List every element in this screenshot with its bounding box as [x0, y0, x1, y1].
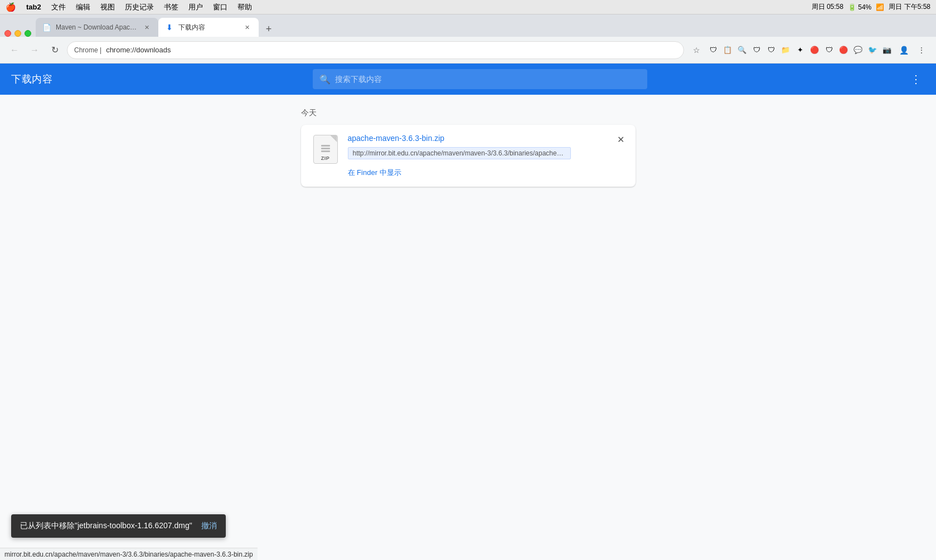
section-date: 今天 [301, 108, 636, 118]
security-icon: Chrome | [74, 46, 101, 54]
zip-stripe-3 [321, 150, 330, 152]
extension-icon-11[interactable]: 💬 [851, 43, 865, 57]
toast-notification: 已从列表中移除"jetbrains-toolbox-1.16.6207.dmg"… [11, 514, 226, 538]
extension-icon-9[interactable]: 🛡 [822, 43, 836, 57]
app-menu[interactable]: tab2 [26, 3, 41, 11]
downloads-header: 下载内容 🔍 ⋮ [0, 64, 936, 95]
extension-icon-7[interactable]: ✦ [793, 43, 807, 57]
reload-button[interactable]: ↻ [47, 42, 62, 58]
zip-stripe-2 [321, 148, 330, 149]
status-url: mirror.bit.edu.cn/apache/maven/maven-3/3… [4, 551, 253, 558]
downloads-menu-button[interactable]: ⋮ [907, 70, 925, 88]
file-corner [331, 135, 337, 142]
tab-favicon-downloads: ⬇ [165, 23, 174, 32]
profile-button[interactable]: 👤 [896, 42, 911, 58]
status-bar: mirror.bit.edu.cn/apache/maven/maven-3/3… [0, 548, 258, 560]
minimize-window-button[interactable] [14, 30, 21, 37]
tab-title-downloads: 下载内容 [178, 23, 237, 32]
back-button[interactable]: ← [7, 42, 22, 58]
address-bar[interactable]: Chrome | chrome://downloads [67, 41, 684, 59]
card-info: apache-maven-3.6.3-bin.zip http://mirror… [348, 134, 624, 178]
window-menu[interactable]: 窗口 [213, 2, 227, 12]
extension-icon-3[interactable]: 🔍 [735, 43, 749, 57]
extension-icon-2[interactable]: 📋 [721, 43, 734, 57]
extension-icon-12[interactable]: 🐦 [866, 43, 879, 57]
zip-stripes [321, 145, 330, 152]
extension-icon-13[interactable]: 📷 [880, 43, 894, 57]
chrome-menu-button[interactable]: ⋮ [914, 42, 929, 58]
edit-menu[interactable]: 编辑 [76, 2, 90, 12]
user-menu[interactable]: 用户 [188, 2, 203, 12]
downloads-search-container: 🔍 [313, 69, 647, 89]
bookmark-button[interactable]: ☆ [688, 42, 704, 58]
download-card: ✕ ZIP apache-maven-3.6.3-bin.zip http: [301, 125, 636, 187]
address-text: chrome://downloads [106, 46, 171, 54]
card-close-button[interactable]: ✕ [614, 133, 628, 146]
extensions-area: 🛡 📋 🔍 🛡 🛡 📁 ✦ 🔴 🛡 🔴 💬 🐦 📷 [706, 43, 894, 57]
maximize-window-button[interactable] [25, 30, 31, 37]
file-name[interactable]: apache-maven-3.6.3-bin.zip [348, 134, 624, 143]
new-tab-button[interactable]: + [261, 21, 277, 37]
view-menu[interactable]: 视图 [100, 2, 115, 12]
traffic-lights [4, 30, 31, 37]
toast-undo-button[interactable]: 撤消 [201, 521, 217, 531]
close-window-button[interactable] [4, 30, 11, 37]
forward-button[interactable]: → [27, 42, 42, 58]
zip-icon-visual: ZIP [313, 135, 338, 164]
file-menu[interactable]: 文件 [51, 2, 66, 12]
downloads-page-title: 下载内容 [11, 72, 52, 86]
chrome-tabbar: 📄 Maven ~ Download Apache Ma... ✕ ⬇ 下载内容… [0, 14, 936, 37]
tab-downloads[interactable]: ⬇ 下载内容 ✕ [158, 18, 259, 37]
help-menu[interactable]: 帮助 [237, 2, 252, 12]
time-right: 周日 下午5:58 [889, 2, 930, 12]
nav-actions: ☆ 🛡 📋 🔍 🛡 🛡 📁 ✦ 🔴 🛡 🔴 💬 🐦 📷 👤 ⋮ [688, 42, 929, 58]
file-icon: ZIP [312, 134, 339, 165]
tab-title-maven: Maven ~ Download Apache Ma... [56, 23, 137, 31]
card-body: ZIP apache-maven-3.6.3-bin.zip http://mi… [312, 134, 624, 178]
clock: 周日 05:58 [812, 2, 843, 12]
tab-close-downloads[interactable]: ✕ [242, 22, 252, 32]
tab-close-maven[interactable]: ✕ [142, 22, 152, 32]
toast-message: 已从列表中移除"jetbrains-toolbox-1.16.6207.dmg" [20, 521, 192, 531]
main-content: 今天 ✕ ZIP apache-maven-3.6.3-bin.zip [0, 95, 936, 560]
apple-menu[interactable]: 🍎 [6, 2, 16, 12]
file-url[interactable]: http://mirror.bit.edu.cn/apache/maven/ma… [348, 147, 571, 159]
show-in-finder-link[interactable]: 在 Finder 中显示 [348, 168, 401, 178]
extension-icon-8[interactable]: 🔴 [808, 43, 821, 57]
extension-icon-6[interactable]: 📁 [779, 43, 792, 57]
zip-stripe-1 [321, 145, 330, 147]
chrome-navbar: ← → ↻ Chrome | chrome://downloads ☆ 🛡 📋 … [0, 37, 936, 64]
extension-icon-5[interactable]: 🛡 [764, 43, 778, 57]
tab-maven[interactable]: 📄 Maven ~ Download Apache Ma... ✕ [36, 18, 158, 37]
search-box[interactable]: 🔍 [313, 69, 647, 89]
battery: 🔋 54% [848, 3, 871, 11]
bookmarks-menu[interactable]: 书签 [164, 2, 178, 12]
wifi: 📶 [876, 3, 884, 11]
tab-favicon-maven: 📄 [42, 23, 51, 32]
mac-status-bar: 周日 05:58 🔋 54% 📶 周日 下午5:58 [812, 2, 930, 12]
search-input[interactable] [335, 75, 641, 84]
extension-icon-4[interactable]: 🛡 [750, 43, 763, 57]
extension-icon-10[interactable]: 🔴 [837, 43, 850, 57]
file-type-label: ZIP [321, 155, 330, 161]
history-menu[interactable]: 历史记录 [125, 2, 154, 12]
extension-icon-1[interactable]: 🛡 [706, 43, 720, 57]
search-icon: 🔍 [319, 74, 331, 85]
mac-menubar: 🍎 tab2 文件 编辑 视图 历史记录 书签 用户 窗口 帮助 周日 05:5… [0, 0, 936, 14]
